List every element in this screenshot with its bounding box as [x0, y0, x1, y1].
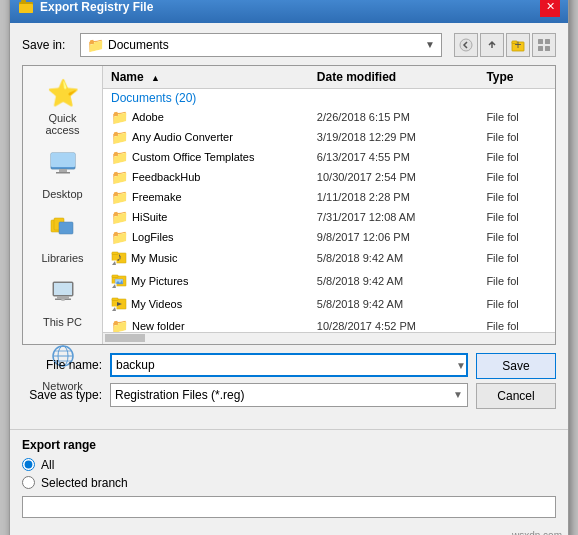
save-as-value: Registration Files (*.reg): [115, 388, 244, 402]
nav-libraries[interactable]: Libraries: [27, 210, 99, 268]
sort-arrow-icon: ▲: [151, 73, 160, 83]
folder-icon: 📁: [111, 149, 128, 165]
file-date: 6/13/2017 4:55 PM: [313, 150, 483, 164]
table-row[interactable]: 📁New folder 10/28/2017 4:52 PM File fol: [103, 316, 555, 332]
file-date: 2/26/2018 6:15 PM: [313, 110, 483, 124]
branch-input[interactable]: [22, 496, 556, 518]
svg-rect-14: [56, 172, 70, 174]
file-date: 10/30/2017 2:54 PM: [313, 170, 483, 184]
desktop-icon: [49, 150, 77, 185]
svg-rect-19: [54, 283, 72, 295]
save-button[interactable]: Save: [476, 353, 556, 379]
svg-rect-33: [112, 275, 118, 278]
folder-icon-pictures: [111, 272, 127, 291]
column-type[interactable]: Type: [482, 68, 555, 86]
selected-branch-radio-row: Selected branch: [22, 476, 556, 490]
save-as-combo[interactable]: Registration Files (*.reg) ▼: [110, 383, 468, 407]
folder-icon: 📁: [111, 318, 128, 332]
all-radio[interactable]: [22, 458, 35, 471]
view-button[interactable]: [532, 33, 556, 57]
file-name-input[interactable]: [110, 353, 468, 377]
svg-rect-13: [59, 169, 67, 172]
all-radio-row: All: [22, 458, 556, 472]
svg-rect-12: [51, 153, 75, 167]
file-name: My Music: [131, 252, 177, 264]
nav-quick-access[interactable]: ⭐ Quick access: [27, 74, 99, 140]
svg-text:+: +: [514, 38, 521, 52]
up-button[interactable]: [480, 33, 504, 57]
export-range: Export range All Selected branch: [10, 429, 568, 528]
table-row[interactable]: 📁Any Audio Converter 3/19/2018 12:29 PM …: [103, 127, 555, 147]
svg-rect-10: [545, 46, 550, 51]
save-as-arrow-icon: ▼: [453, 389, 463, 400]
new-folder-button[interactable]: +: [506, 33, 530, 57]
file-name: LogFiles: [132, 231, 174, 243]
table-row[interactable]: My Videos 5/8/2018 9:42 AM File fol: [103, 293, 555, 316]
controls-with-buttons: File name: ▼ Save as type: Registration …: [22, 353, 556, 413]
file-type: File fol: [482, 190, 555, 204]
file-name: Freemake: [132, 191, 182, 203]
horizontal-scrollbar[interactable]: [103, 332, 555, 344]
back-button[interactable]: [454, 33, 478, 57]
folder-icon: 📁: [111, 209, 128, 225]
nav-panel: ⭐ Quick access Desktop: [23, 66, 103, 344]
this-pc-icon: [49, 278, 77, 313]
file-type: File fol: [482, 274, 555, 288]
group-label: Documents (20): [103, 89, 555, 107]
table-row[interactable]: 📁Custom Office Templates 6/13/2017 4:55 …: [103, 147, 555, 167]
table-row[interactable]: 📁LogFiles 9/8/2017 12:06 PM File fol: [103, 227, 555, 247]
svg-rect-9: [538, 46, 543, 51]
main-area: ⭐ Quick access Desktop: [22, 65, 556, 345]
save-as-row: Save as type: Registration Files (*.reg)…: [22, 383, 468, 407]
file-type: File fol: [482, 110, 555, 124]
save-in-label: Save in:: [22, 38, 72, 52]
table-row[interactable]: ♪ My Music 5/8/2018 9:42 AM File fol: [103, 247, 555, 270]
file-name: Any Audio Converter: [132, 131, 233, 143]
file-name: FeedbackHub: [132, 171, 201, 183]
table-row[interactable]: 📁Freemake 1/11/2018 2:28 PM File fol: [103, 187, 555, 207]
svg-point-3: [460, 39, 472, 51]
file-name-label: File name:: [22, 358, 102, 372]
save-in-arrow-icon: ▼: [425, 39, 435, 50]
file-name: HiSuite: [132, 211, 167, 223]
view-icon: [537, 38, 551, 52]
selected-branch-radio[interactable]: [22, 476, 35, 489]
h-scroll-thumb[interactable]: [105, 334, 145, 342]
column-name[interactable]: Name ▲: [103, 68, 313, 86]
table-row[interactable]: 📁HiSuite 7/31/2017 12:08 AM File fol: [103, 207, 555, 227]
svg-rect-20: [57, 296, 69, 299]
nav-label-quick-access: Quick access: [31, 112, 95, 136]
nav-label-libraries: Libraries: [41, 252, 83, 264]
title-bar: Export Registry File ✕: [10, 0, 568, 23]
file-date: 5/8/2018 9:42 AM: [313, 251, 483, 265]
file-type: File fol: [482, 130, 555, 144]
file-date: 10/28/2017 4:52 PM: [313, 319, 483, 332]
table-row[interactable]: 📁FeedbackHub 10/30/2017 2:54 PM File fol: [103, 167, 555, 187]
nav-this-pc[interactable]: This PC: [27, 274, 99, 332]
table-row[interactable]: My Pictures 5/8/2018 9:42 AM File fol: [103, 270, 555, 293]
back-icon: [459, 38, 473, 52]
save-in-combo[interactable]: 📁 Documents ▼: [80, 33, 442, 57]
new-folder-icon: +: [511, 38, 525, 52]
cancel-button[interactable]: Cancel: [476, 383, 556, 409]
file-name-row: File name: ▼: [22, 353, 468, 377]
folder-icon: 📁: [111, 109, 128, 125]
column-date[interactable]: Date modified: [313, 68, 483, 86]
svg-text:♪: ♪: [116, 250, 122, 264]
folder-icon: 📁: [111, 169, 128, 185]
file-type: File fol: [482, 319, 555, 332]
file-date: 3/19/2018 12:29 PM: [313, 130, 483, 144]
file-name: My Pictures: [131, 275, 188, 287]
file-name: Custom Office Templates: [132, 151, 254, 163]
folder-icon: 📁: [111, 189, 128, 205]
svg-rect-17: [59, 222, 73, 234]
folder-icon: 📁: [111, 129, 128, 145]
save-in-value: Documents: [108, 38, 169, 52]
nav-desktop[interactable]: Desktop: [27, 146, 99, 204]
selected-branch-label: Selected branch: [41, 476, 128, 490]
close-button[interactable]: ✕: [540, 0, 560, 17]
file-type: File fol: [482, 170, 555, 184]
file-list-panel: Name ▲ Date modified Type Documents (20)…: [103, 66, 555, 344]
folder-icon-special: ♪: [111, 249, 127, 268]
table-row[interactable]: 📁Adobe 2/26/2018 6:15 PM File fol: [103, 107, 555, 127]
